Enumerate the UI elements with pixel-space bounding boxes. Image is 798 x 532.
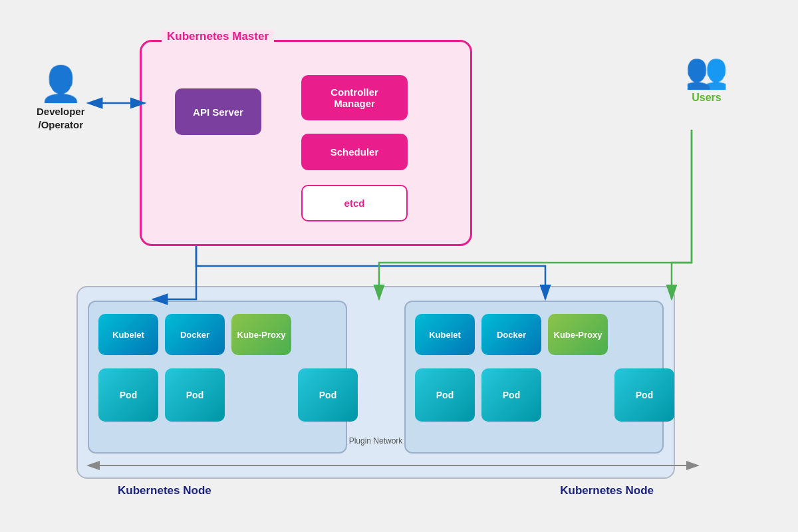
components-row-left: Kubelet Docker Kube-Proxy: [98, 314, 291, 355]
users-icon: 👥: [685, 53, 728, 88]
api-server-box: API Server: [175, 88, 261, 135]
pod-box-left-2: Pod: [165, 368, 225, 422]
pod-label-right-3: Pod: [636, 390, 653, 400]
pod-box-right-3: Pod: [614, 368, 674, 422]
nodes-container: Kubelet Docker Kube-Proxy Pod Pod Pod: [76, 286, 675, 479]
pod-box-left-3: Pod: [298, 368, 358, 422]
docker-box-left: Docker: [165, 314, 225, 355]
controller-manager-label: Controller Manager: [331, 86, 378, 109]
kubelet-label-left: Kubelet: [112, 330, 144, 340]
pod-label-left-1: Pod: [120, 390, 137, 400]
scheduler-label: Scheduler: [331, 146, 379, 158]
docker-label-left: Docker: [180, 330, 209, 340]
pod-box-right-1: Pod: [415, 368, 475, 422]
api-server-label: API Server: [193, 106, 243, 118]
pod-label-left-3: Pod: [319, 390, 336, 400]
master-title: Kubernetes Master: [162, 30, 274, 43]
node-label-right: Kubernetes Node: [560, 484, 654, 497]
components-row-right: Kubelet Docker Kube-Proxy: [415, 314, 608, 355]
diagram: 👤 Developer /Operator 👥 Users Kubernetes…: [0, 0, 798, 532]
pods-row-right: Pod Pod Pod: [415, 368, 674, 422]
controller-manager-box: Controller Manager: [301, 75, 408, 120]
node-left: Kubelet Docker Kube-Proxy Pod Pod Pod: [88, 301, 347, 454]
kubeproxy-box-right: Kube-Proxy: [548, 314, 608, 355]
developer-label: Developer /Operator: [37, 105, 85, 131]
kubelet-box-left: Kubelet: [98, 314, 158, 355]
kubernetes-master-box: Kubernetes Master API Server Controller …: [140, 40, 472, 246]
developer-icon: 👤: [39, 66, 82, 101]
node-label-left: Kubernetes Node: [118, 484, 211, 497]
users-label: Users: [692, 92, 721, 104]
kubeproxy-label-left: Kube-Proxy: [237, 330, 286, 340]
docker-label-right: Docker: [497, 330, 526, 340]
scheduler-box: Scheduler: [301, 134, 408, 170]
pod-label-right-2: Pod: [503, 390, 520, 400]
pod-label-left-2: Pod: [186, 390, 203, 400]
pod-label-right-1: Pod: [436, 390, 454, 400]
pod-box-right-2: Pod: [481, 368, 541, 422]
node-right: Kubelet Docker Kube-Proxy Pod Pod Pod: [404, 301, 664, 454]
kubeproxy-label-right: Kube-Proxy: [554, 330, 602, 340]
etcd-label: etcd: [344, 198, 365, 209]
developer-block: 👤 Developer /Operator: [37, 66, 85, 131]
users-block: 👥 Users: [685, 53, 728, 104]
kubeproxy-box-left: Kube-Proxy: [231, 314, 291, 355]
pods-row-left: Pod Pod Pod: [98, 368, 358, 422]
etcd-box: etcd: [301, 185, 408, 221]
kubelet-box-right: Kubelet: [415, 314, 475, 355]
plugin-network-label: Plugin Network: [349, 436, 403, 446]
kubelet-label-right: Kubelet: [429, 330, 461, 340]
pod-box-left-1: Pod: [98, 368, 158, 422]
docker-box-right: Docker: [481, 314, 541, 355]
users-node-right-arrow: [672, 130, 692, 299]
